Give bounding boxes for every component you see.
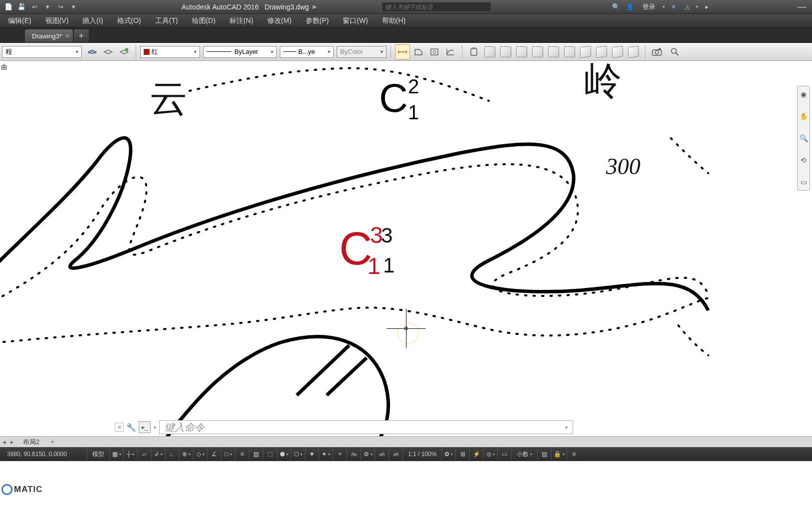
cmd-recent-drop[interactable]: ▾ bbox=[154, 425, 156, 430]
login-button[interactable]: 登录 bbox=[638, 2, 659, 11]
layer-combo[interactable]: 程 ▾ bbox=[2, 46, 82, 58]
status-gizmo-icon[interactable]: ✦▾ bbox=[319, 448, 333, 460]
status-hardware-icon[interactable]: ⚡ bbox=[469, 448, 483, 460]
lineweight-combo[interactable]: B...ye ▾ bbox=[280, 46, 334, 58]
status-scale[interactable]: 1:1 / 100% bbox=[403, 448, 441, 460]
status-clean-icon[interactable]: ▭ bbox=[497, 448, 511, 460]
status-isolate-icon[interactable]: ◎▾ bbox=[483, 448, 497, 460]
new-doc-tab[interactable]: + bbox=[74, 29, 89, 42]
nav-show-icon[interactable]: ▭ bbox=[799, 177, 809, 187]
layout-scroll-right[interactable]: ▸ bbox=[8, 437, 16, 447]
menu-window[interactable]: 窗口(W) bbox=[336, 14, 375, 27]
qselect-icon[interactable] bbox=[443, 44, 458, 59]
camera-icon[interactable] bbox=[649, 44, 664, 59]
menu-modify[interactable]: 修改(M) bbox=[260, 14, 299, 27]
cmd-recent-icon[interactable]: ▸_ bbox=[139, 421, 151, 433]
status-grid-icon[interactable]: ▦▾ bbox=[109, 448, 123, 460]
chevron-down-icon[interactable]: ▾ bbox=[565, 424, 568, 431]
status-transparency-icon[interactable]: ▨ bbox=[249, 448, 263, 460]
user-icon[interactable]: 👤 bbox=[624, 1, 635, 12]
status-annoauto-icon[interactable]: ⚙▾ bbox=[361, 448, 375, 460]
command-input[interactable]: 键入命令 ▾ bbox=[159, 420, 573, 434]
view-back-icon[interactable] bbox=[562, 44, 577, 59]
status-infer-icon[interactable]: ▱ bbox=[137, 448, 151, 460]
status-iso-icon[interactable]: ◇▾ bbox=[193, 448, 207, 460]
status-qp-icon[interactable]: ▤ bbox=[537, 448, 551, 460]
save-icon[interactable]: 💾 bbox=[16, 1, 27, 12]
menu-insert[interactable]: 插入(I) bbox=[75, 14, 110, 27]
cmd-options-icon[interactable]: 🔧 bbox=[127, 423, 136, 432]
menu-format[interactable]: 格式(O) bbox=[110, 14, 148, 27]
menu-draw[interactable]: 绘图(D) bbox=[185, 14, 222, 27]
nav-zoom-icon[interactable]: 🔍 bbox=[799, 133, 809, 143]
layout-tab[interactable]: 布局2 bbox=[16, 437, 46, 447]
status-dynucs-icon[interactable]: ⬡▾ bbox=[291, 448, 305, 460]
layer-states-icon[interactable] bbox=[101, 44, 116, 59]
status-lock-icon[interactable]: 🔒▾ bbox=[551, 448, 567, 460]
a360-drop-icon[interactable]: ▾ bbox=[696, 4, 698, 9]
nav-orbit-icon[interactable]: ⟲ bbox=[799, 155, 809, 165]
redo-drop-icon[interactable]: ▾ bbox=[68, 1, 79, 12]
status-ortho-icon[interactable]: ∟ bbox=[165, 448, 179, 460]
view-left-icon[interactable] bbox=[514, 44, 529, 59]
status-lweight-icon[interactable]: ≡ bbox=[235, 448, 249, 460]
drawing-canvas[interactable]: 曲 云 岭 300 C 2 1 C 3 1 3 1 ◉ ✋ 🔍 ⟲ ▭ ✕ 🔧 bbox=[0, 61, 812, 436]
zoom-extents-icon[interactable] bbox=[667, 44, 682, 59]
redo-icon[interactable]: ↪ bbox=[55, 1, 66, 12]
status-coordinates[interactable]: 3880, 90.6150, 0.0000 bbox=[2, 451, 87, 458]
doc-tab-active[interactable]: Drawing3* ✕ bbox=[25, 29, 73, 42]
minimize-button[interactable]: — bbox=[792, 0, 812, 14]
view-right-icon[interactable] bbox=[530, 44, 545, 59]
status-model-button[interactable]: 模型 bbox=[87, 448, 109, 460]
area-icon[interactable] bbox=[411, 44, 426, 59]
exchange-icon[interactable]: ✕ bbox=[668, 1, 679, 12]
close-icon[interactable]: ✕ bbox=[65, 32, 70, 39]
cmd-close-icon[interactable]: ✕ bbox=[115, 423, 124, 432]
status-osnap-icon[interactable]: □▾ bbox=[221, 448, 235, 460]
region-icon[interactable] bbox=[427, 44, 442, 59]
menu-dimension[interactable]: 标注(N) bbox=[222, 14, 260, 27]
status-dyn-icon[interactable]: ↲▾ bbox=[151, 448, 165, 460]
linetype-combo[interactable]: ByLayer ▾ bbox=[203, 46, 277, 58]
view-bottom-icon[interactable] bbox=[498, 44, 513, 59]
view-top-icon[interactable] bbox=[482, 44, 497, 59]
title-play-icon[interactable]: ▶ bbox=[313, 3, 317, 10]
layer-props-icon[interactable] bbox=[85, 44, 100, 59]
undo-drop-icon[interactable]: ▾ bbox=[42, 1, 53, 12]
view-nw-icon[interactable] bbox=[626, 44, 641, 59]
status-annovis-icon[interactable]: 🗚 bbox=[389, 448, 403, 460]
distance-icon[interactable] bbox=[395, 44, 410, 59]
search-input[interactable] bbox=[382, 2, 491, 12]
status-cycling-icon[interactable]: ⬚ bbox=[263, 448, 277, 460]
binoculars-icon[interactable]: 🔍 bbox=[610, 1, 621, 12]
overflow-icon[interactable]: ▸ bbox=[701, 1, 712, 12]
status-annomon-icon[interactable]: + bbox=[333, 448, 347, 460]
menu-help[interactable]: 帮助(H) bbox=[375, 14, 412, 27]
layout-add-tab[interactable]: + bbox=[46, 437, 58, 447]
undo-icon[interactable]: ↩ bbox=[29, 1, 40, 12]
status-otrack-icon[interactable]: ∠ bbox=[207, 448, 221, 460]
menu-tools[interactable]: 工具(T) bbox=[148, 14, 185, 27]
menu-parametric[interactable]: 参数(P) bbox=[299, 14, 336, 27]
status-hw-icon[interactable]: ⊞ bbox=[455, 448, 469, 460]
autodesk-icon[interactable]: ◬ bbox=[682, 1, 693, 12]
nav-wheel-icon[interactable]: ◉ bbox=[799, 89, 809, 99]
menu-view[interactable]: 视图(V) bbox=[38, 14, 76, 27]
menu-edit[interactable]: 编辑(E) bbox=[1, 14, 38, 27]
status-ws-icon[interactable]: ✿▾ bbox=[441, 448, 455, 460]
view-front-icon[interactable] bbox=[546, 44, 561, 59]
new-icon[interactable]: 📄 bbox=[3, 1, 14, 12]
status-3dosnap-icon[interactable]: ⬢▾ bbox=[277, 448, 291, 460]
status-sel-filter-icon[interactable]: ▼ bbox=[305, 448, 319, 460]
nav-pan-icon[interactable]: ✋ bbox=[799, 111, 809, 121]
login-drop-icon[interactable]: ▾ bbox=[662, 4, 665, 9]
status-annoscale-icon[interactable]: 🗛 bbox=[347, 448, 361, 460]
layout-scroll-left[interactable]: ◂ bbox=[0, 437, 8, 447]
status-annoall-icon[interactable]: 🗚 bbox=[375, 448, 389, 460]
status-units[interactable]: 小数▾ bbox=[511, 448, 537, 460]
layer-make-current-icon[interactable] bbox=[117, 44, 132, 59]
plotstyle-combo[interactable]: ByColor ▾ bbox=[337, 46, 387, 58]
status-snap-icon[interactable]: ┼▾ bbox=[123, 448, 137, 460]
color-combo[interactable]: 红 ▾ bbox=[140, 46, 200, 58]
status-polar-icon[interactable]: ⊕▾ bbox=[179, 448, 193, 460]
